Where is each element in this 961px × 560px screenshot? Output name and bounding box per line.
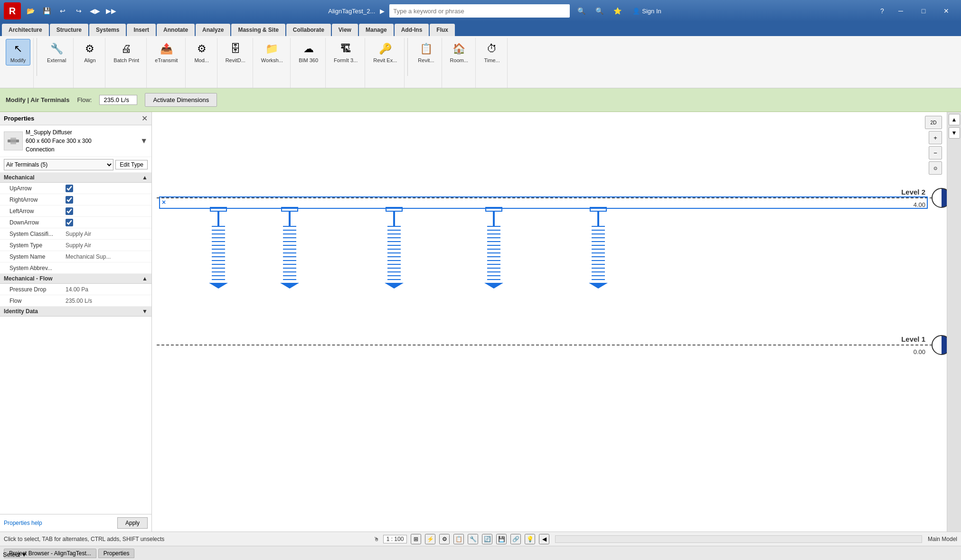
revit-btn[interactable]: 📋 Revit... [414,39,438,65]
terminal4-top [485,207,502,212]
revitex-label: Revit Ex... [373,57,397,63]
linked-files-btn[interactable]: 🔗 [510,534,521,544]
worksets-btn[interactable]: 📋 [453,534,464,544]
type-dropdown-btn[interactable]: ▼ [140,137,148,145]
sync-btn[interactable]: 🔄 [482,534,492,544]
star-btn[interactable]: ⭐ [611,4,624,18]
tab-massing[interactable]: Massing & Site [231,24,285,36]
tab-structure[interactable]: Structure [50,24,88,36]
progress-bar [555,535,922,543]
room-btn[interactable]: 🏠 Room... [446,39,473,65]
rightarrow-checkbox[interactable] [66,196,73,204]
filter-btn[interactable]: 🔧 [468,534,478,544]
scale-indicator[interactable]: 1 : 100 [383,535,407,543]
minimize-btn[interactable]: ─ [890,0,912,22]
etransmit-icon: 📤 [159,41,174,56]
section-mechanical[interactable]: Mechanical ▲ [0,173,151,183]
search-input[interactable] [393,8,566,15]
terminal1-top [210,207,227,212]
qat-undo[interactable]: ↩ [56,4,69,18]
tab-annotate[interactable]: Annotate [157,24,195,36]
etransmit-btn[interactable]: 📤 eTransmit [151,39,182,65]
bim360-btn[interactable]: ☁ BIM 360 [294,39,322,65]
downarrow-checkbox[interactable] [66,219,73,226]
leftarrow-checkbox[interactable] [66,207,73,215]
ribbon-group-batchprint: 🖨 Batch Print [106,38,147,88]
sign-in-btn[interactable]: 👤 Sign In [629,6,665,17]
tab-flux[interactable]: Flux [430,24,455,36]
external-btn[interactable]: 🔧 External [43,39,70,65]
revit-label: Revit... [418,57,434,63]
revitex-btn[interactable]: 🔑 Revit Ex... [369,39,401,65]
chevron-left-btn[interactable]: ◀ [539,534,549,544]
uparrow-checkbox[interactable] [66,185,73,192]
canvas-area[interactable]: Level 2 4.00 Level 1 0.00 × [152,112,961,532]
nav-up-btn[interactable]: ▲ [949,114,960,125]
qat-more[interactable]: ▶▶ [104,4,118,18]
align-btn[interactable]: ⚙ Align [77,39,102,65]
tab-insert[interactable]: Insert [127,24,156,36]
qat-measure[interactable]: ◀▶ [88,4,102,18]
props-scroll[interactable]: Mechanical ▲ UpArrow RightArrow LeftArro… [0,173,151,514]
flow-value[interactable]: 235.0 L/s [99,95,137,105]
view-zoom-out-btn[interactable]: − [929,146,942,159]
search-box[interactable] [389,4,570,18]
sign-in-label: Sign In [642,8,661,15]
time-btn[interactable]: ⏱ Time... [480,39,504,65]
tab-manage[interactable]: Manage [359,24,394,36]
tab-systems[interactable]: Systems [89,24,126,36]
apply-btn[interactable]: Apply [117,517,148,529]
formit-btn[interactable]: 🏗 FormIt 3... [330,39,362,65]
edit-type-btn[interactable]: Edit Type [115,160,148,169]
section-identity[interactable]: Identity Data ▼ [0,307,151,317]
feature-search-btn[interactable]: 🔍 [593,4,606,18]
qat-redo[interactable]: ↪ [72,4,85,18]
save-local-btn[interactable]: 💾 [496,534,507,544]
mod-btn[interactable]: ⚙ Mod... [189,39,214,65]
status-message: Click to select, TAB for alternates, CTR… [4,536,370,542]
nav-down-btn[interactable]: ▼ [949,127,960,139]
props-close-btn[interactable]: ✕ [141,114,148,123]
view-orbit-btn[interactable]: ⊙ [929,161,942,175]
air-terminal-2 [280,207,299,289]
tab-view[interactable]: View [332,24,358,36]
revitex-icon: 🔑 [377,41,393,56]
tab-architecture[interactable]: Architecture [2,24,49,36]
search-options-btn[interactable]: 🔍 [575,4,588,18]
select-btn[interactable]: Select ▼ [3,551,27,558]
grid-btn[interactable]: ⊞ [411,534,421,544]
bottom-tabs: Project Browser - AlignTagTest... Proper… [0,546,961,560]
ribbon-panel: ↖ Modify 🔧 External ⚙ Align 🖨 Batch Prin… [0,36,961,88]
terminal1-duct [217,212,219,226]
file-arrow[interactable]: ▶ [380,8,385,15]
level2-label: Level 2 [901,188,925,196]
lights-btn[interactable]: 💡 [525,534,535,544]
activate-dimensions-btn[interactable]: Activate Dimensions [145,93,217,107]
tab-addins[interactable]: Add-Ins [395,24,429,36]
design-opts-btn[interactable]: ⚙ [439,534,450,544]
revitd-btn[interactable]: 🗄 RevitD... [221,39,250,65]
qat-open[interactable]: 📂 [24,4,37,18]
view-controls: 2D + − ⊙ [925,116,942,175]
align-icon: ⚙ [82,41,97,56]
time-icon: ⏱ [484,41,499,56]
view-2d-btn[interactable]: 2D [925,116,942,129]
etransmit-label: eTransmit [155,57,178,63]
ribbon-group-worksh: 📁 Worksh... [254,38,291,88]
worksh-btn[interactable]: 📁 Worksh... [257,39,287,65]
batchprint-btn[interactable]: 🖨 Batch Print [109,39,143,65]
snap-btn[interactable]: ⚡ [425,534,435,544]
qat-save[interactable]: 💾 [40,4,53,18]
close-btn[interactable]: ✕ [935,0,957,22]
bottom-tab-properties[interactable]: Properties [98,549,135,558]
props-help-link[interactable]: Properties help [4,520,42,526]
maximize-btn[interactable]: □ [913,0,934,22]
instance-select[interactable]: Air Terminals (5) [4,159,113,170]
section-mechflow[interactable]: Mechanical - Flow ▲ [0,274,151,284]
help-btn[interactable]: ? [876,4,889,18]
view-zoom-in-btn[interactable]: + [929,131,942,144]
svg-rect-1 [10,138,16,144]
tab-analyze[interactable]: Analyze [196,24,230,36]
modify-btn[interactable]: ↖ Modify [6,39,30,65]
tab-collaborate[interactable]: Collaborate [286,24,331,36]
